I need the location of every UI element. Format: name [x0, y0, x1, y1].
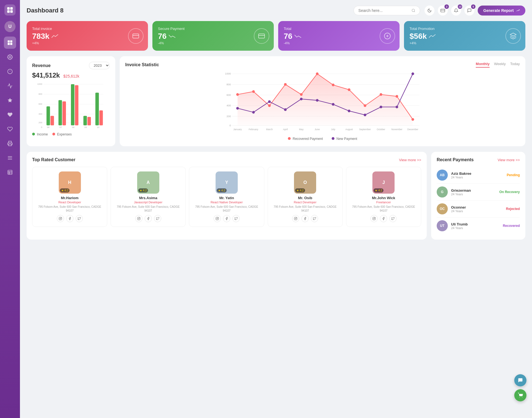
sidebar-item-list[interactable]: [4, 166, 16, 178]
wallet-btn[interactable]: 2: [438, 6, 448, 16]
stat-value-2: 76: [284, 32, 394, 41]
svg-text:1000: 1000: [37, 83, 42, 85]
chat-btn[interactable]: 5: [464, 6, 474, 16]
payment-age-0: 24 Years: [451, 176, 503, 179]
stat-icon-3: [505, 28, 521, 44]
twitter-btn-2[interactable]: [232, 215, 240, 222]
search-icon: [411, 8, 415, 13]
svg-text:0: 0: [229, 124, 231, 127]
stat-icon-0: [128, 28, 144, 44]
svg-text:May: May: [299, 128, 304, 131]
instagram-btn-4[interactable]: [370, 215, 378, 222]
customer-role-4: Freelancer: [350, 201, 418, 204]
sidebar-logo[interactable]: [4, 4, 16, 16]
svg-rect-43: [50, 116, 54, 125]
main-content: Dashboard 8 2 12: [20, 0, 532, 418]
svg-rect-49: [87, 117, 91, 125]
svg-point-81: [411, 118, 414, 121]
theme-toggle-btn[interactable]: [424, 6, 434, 16]
svg-point-93: [411, 73, 414, 75]
svg-text:0: 0: [41, 126, 42, 129]
page-title: Dashboard 8: [27, 7, 349, 14]
payments-view-more[interactable]: View more >>: [498, 158, 520, 162]
generate-report-button[interactable]: Generate Report: [478, 6, 525, 16]
payment-info-1: Griezerman 24 Years: [451, 188, 496, 196]
svg-rect-106: [59, 217, 62, 220]
instagram-btn-2[interactable]: [214, 215, 221, 222]
sidebar-avatar[interactable]: U: [4, 21, 16, 32]
search-bar[interactable]: [354, 6, 420, 15]
chat-float-btn[interactable]: [514, 374, 526, 386]
revenue-bar-chart: 1000 800 600 400 200 0: [32, 79, 110, 129]
svg-text:October: October: [377, 128, 385, 131]
facebook-btn-4[interactable]: [380, 215, 387, 222]
svg-point-76: [332, 84, 335, 86]
revenue-card: Revenue 2023 $41,512k $25,612k 1000 800: [27, 56, 115, 146]
customer-address-2: 795 Folsom Ave, Suite 600 San Francisco,…: [193, 205, 260, 213]
customer-avatar-4: J ★ 4.2: [372, 171, 395, 194]
sidebar-item-heart1[interactable]: [4, 109, 16, 121]
sidebar-item-heart2[interactable]: [4, 123, 16, 135]
stat-label-1: Secure Payment: [158, 27, 268, 31]
customers-view-more[interactable]: View more >>: [399, 158, 421, 162]
year-select[interactable]: 2023: [89, 62, 110, 69]
search-input[interactable]: [358, 8, 409, 13]
svg-rect-7: [10, 43, 12, 45]
instagram-btn-0[interactable]: [57, 215, 64, 222]
svg-point-78: [364, 104, 367, 107]
expenses-dot: [52, 133, 55, 135]
instagram-btn-1[interactable]: [135, 215, 142, 222]
payments-header: Recent Payments View more >>: [437, 157, 520, 162]
svg-rect-5: [10, 40, 12, 43]
instagram-btn-3[interactable]: [292, 215, 299, 222]
sidebar-item-favorites[interactable]: [4, 94, 16, 106]
customer-role-2: React Native Developer: [193, 201, 260, 204]
twitter-btn-1[interactable]: [154, 215, 161, 222]
svg-marker-12: [8, 98, 12, 102]
tab-today[interactable]: Today: [510, 62, 520, 68]
payment-item-2: OC Oconner 24 Years Rejected: [437, 201, 520, 217]
svg-rect-46: [71, 84, 75, 125]
svg-point-88: [332, 103, 335, 106]
svg-rect-2: [7, 10, 10, 13]
svg-text:600: 600: [226, 93, 231, 96]
customer-card-2: Y ★ 4.2 Mr. Yatin React Native Developer…: [189, 167, 264, 227]
twitter-btn-4[interactable]: [389, 215, 397, 222]
sidebar-item-settings[interactable]: [4, 51, 16, 63]
customer-avatar-3: O ★ 4.2: [294, 171, 316, 194]
sidebar-item-info[interactable]: [4, 65, 16, 78]
twitter-btn-3[interactable]: [311, 215, 318, 222]
customer-rating-2: ★ 4.2: [217, 188, 227, 193]
sidebar: U: [0, 0, 20, 418]
svg-point-117: [296, 218, 296, 218]
customer-social-0: [36, 215, 104, 222]
sidebar-item-menu[interactable]: [4, 152, 16, 164]
svg-text:June: June: [314, 128, 320, 131]
customer-avatar-0: H ★ 4.2: [59, 171, 81, 194]
sidebar-item-dashboard[interactable]: [4, 37, 16, 49]
bell-btn[interactable]: 12: [451, 6, 461, 16]
payment-status-3: Recovered: [503, 224, 520, 228]
svg-rect-45: [62, 101, 66, 125]
customer-role-0: React Developer: [36, 201, 104, 204]
svg-point-108: [61, 218, 61, 218]
facebook-btn-3[interactable]: [301, 215, 309, 222]
stat-value-1: 76: [158, 32, 268, 41]
facebook-btn-0[interactable]: [66, 215, 73, 222]
customer-rating-3: ★ 4.2: [295, 188, 305, 193]
customer-social-1: [114, 215, 182, 222]
facebook-btn-1[interactable]: [145, 215, 152, 222]
payment-name-2: Oconner: [451, 205, 503, 209]
sidebar-item-analytics[interactable]: [4, 80, 16, 92]
svg-point-119: [374, 218, 375, 219]
tab-weekly[interactable]: Weekly: [494, 62, 506, 68]
svg-text:06: 06: [47, 126, 50, 129]
tab-monthly[interactable]: Monthly: [476, 62, 490, 68]
sidebar-item-print[interactable]: [4, 137, 16, 150]
stat-label-3: Total Promotion: [410, 27, 520, 31]
bottom-row: Top Rated Customer View more >> H ★ 4.2 …: [27, 152, 525, 240]
cart-float-btn[interactable]: [514, 389, 526, 401]
facebook-btn-2[interactable]: [223, 215, 230, 222]
svg-text:February: February: [249, 128, 259, 131]
twitter-btn-0[interactable]: [76, 215, 83, 222]
